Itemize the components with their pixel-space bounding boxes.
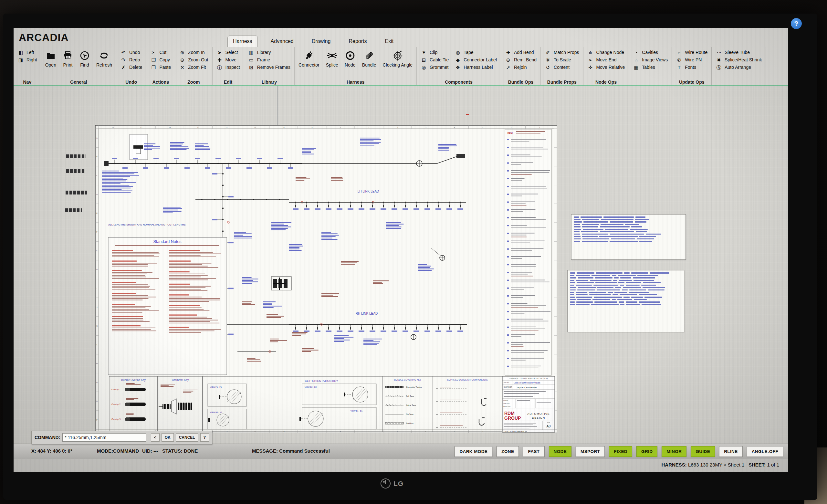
toggle-fast[interactable]: FAST [523, 446, 544, 457]
tool-delete[interactable]: ✗Delete [120, 65, 142, 70]
tool-harness-label[interactable]: ❖Harness Label [454, 65, 497, 70]
tool-splice-heat-shrink[interactable]: ✖Splice/Heat Shrink [716, 57, 762, 62]
tab-exit[interactable]: Exit [380, 36, 399, 47]
tool-cut[interactable]: ✂Cut [150, 50, 171, 55]
tool-zoom-in[interactable]: ⊕Zoom In [179, 50, 208, 55]
bundle-icon [364, 50, 375, 61]
svg-text:7: 7 [368, 126, 369, 128]
tab-reports[interactable]: Reports [343, 36, 372, 47]
tool-sleeve-tube[interactable]: ✏Sleeve Tube [716, 50, 762, 55]
overlap-label: Overlap 2 [111, 403, 121, 406]
tool-label: Copy [159, 57, 170, 62]
ribbon-group-label: Library [244, 80, 294, 85]
toggle-angle-off[interactable]: ANGLE:OFF [747, 446, 783, 457]
tool-tables[interactable]: ▦Tables [633, 65, 668, 70]
tool-cavities[interactable]: ◔Cavities [633, 50, 668, 55]
toggle-zone[interactable]: ZONE [496, 446, 519, 457]
tool-node[interactable]: Node [345, 50, 356, 67]
tool-move-end[interactable]: ➢Move End [587, 57, 625, 62]
tool-match-props[interactable]: ✐Match Props [545, 50, 579, 55]
tool-image-views[interactable]: ∴Image Views [633, 57, 668, 62]
tool-label: Node [345, 62, 355, 67]
tool-move-relative[interactable]: ✛Move Relative [587, 65, 625, 70]
command-button-?[interactable]: ? [200, 433, 209, 442]
tool-bundle[interactable]: Bundle [362, 50, 376, 67]
company-sub1: AUTOMOTIVE [527, 412, 549, 415]
tool-cable-tie[interactable]: ⊟Cable Tie [421, 57, 449, 62]
tables-icon: ▦ [633, 65, 639, 70]
tool-auto-arrange[interactable]: ⒶAuto Arrange [716, 65, 762, 70]
move-relative-icon: ✛ [587, 65, 594, 70]
toggle-fixed[interactable]: FIXED [609, 446, 632, 457]
view-label: VIEW B2 - E2 [305, 386, 317, 388]
trash-icon: ✗ [120, 65, 127, 70]
tool-library[interactable]: ▥Library [248, 50, 290, 55]
command-input[interactable] [62, 433, 146, 442]
tool-add-bend[interactable]: ✚Add Bend [505, 50, 537, 55]
tool-paste[interactable]: ❒Paste [150, 65, 171, 70]
tool-label: Harness Label [464, 65, 493, 70]
tool-find[interactable]: Find [80, 50, 90, 67]
ribbon-toolbar: ◧Left◨RightNavOpenPrintFindRefreshGenera… [13, 47, 788, 85]
grommet-icon: ◎ [421, 65, 427, 70]
pane-right-icon: ◨ [17, 57, 24, 62]
tab-drawing[interactable]: Drawing [306, 36, 336, 47]
tool-redo[interactable]: ↷Redo [120, 57, 142, 62]
tool-connector-label[interactable]: ◆Connector Label [454, 57, 497, 62]
toggle-msport[interactable]: MSPORT [576, 446, 605, 457]
tool-print[interactable]: Print [63, 50, 73, 67]
reference-table [567, 270, 684, 332]
tool-undo[interactable]: ↶Undo [120, 50, 142, 55]
tool-change-node[interactable]: ⋔Change Node [587, 50, 625, 55]
tool-rejoin[interactable]: ➚Rejoin [505, 65, 537, 70]
tool-left[interactable]: ◧Left [17, 50, 37, 55]
svg-text:14: 14 [168, 126, 171, 128]
command-button-<[interactable]: < [151, 433, 159, 442]
toggle-guide[interactable]: GUIDE [691, 446, 715, 457]
toggle-grid[interactable]: GRID [636, 446, 658, 457]
ribbon-group-label: Bundle Ops [501, 80, 540, 85]
svg-text:P: P [96, 419, 98, 421]
tool-fonts[interactable]: TFonts [676, 65, 708, 70]
toggle-dark-mode[interactable]: DARK MODE [454, 446, 492, 457]
tab-harness[interactable]: Harness [228, 36, 258, 48]
toggle-rline[interactable]: RLINE [719, 446, 743, 457]
tool-inspect[interactable]: ⓘInspect [216, 65, 240, 70]
ribbon-group-update-ops: ⌐Wire Route✆Wire PNTFontsUpdate Ops [672, 47, 712, 85]
tool-clocking-angle[interactable]: Clocking Angle [383, 50, 412, 67]
tool-clip[interactable]: ŦClip [421, 50, 449, 55]
svg-text:J: J [97, 306, 98, 308]
drawing-canvas[interactable]: 1616151514141313121211111010998877665544… [13, 86, 788, 444]
help-icon[interactable]: ? [791, 18, 802, 29]
tool-open[interactable]: Open [45, 50, 56, 67]
tool-label: Image Views [642, 57, 668, 62]
uid-readout: UID: --- [142, 448, 158, 454]
tool-rem-bend[interactable]: ⊖Rem. Bend [505, 57, 537, 62]
tool-zoom-fit[interactable]: ✕Zoom Fit [179, 65, 208, 70]
tool-to-scale[interactable]: ❋To Scale [545, 57, 579, 62]
command-button-ok[interactable]: OK [161, 433, 174, 442]
ribbon-group-label: Zoom [175, 80, 212, 85]
toggle-node[interactable]: NODE [549, 446, 572, 457]
tool-wire-route[interactable]: ⌐Wire Route [676, 50, 708, 55]
toggle-minor[interactable]: MINOR [662, 446, 686, 457]
tool-connector[interactable]: Connector [298, 50, 320, 67]
tool-frame[interactable]: ▭Frame [248, 57, 290, 62]
tool-label: Content [554, 65, 570, 70]
tool-move[interactable]: ✚Move [216, 57, 240, 62]
tab-advanced[interactable]: Advanced [265, 36, 299, 47]
command-button-cancel[interactable]: CANCEL [176, 433, 198, 442]
tool-copy[interactable]: ❐Copy [150, 57, 171, 62]
tool-splice[interactable]: Splice [326, 50, 338, 67]
tool-label: Bundle [362, 62, 376, 67]
tool-wire-pn[interactable]: ✆Wire PN [676, 57, 708, 62]
app-logo: ARCADIA [19, 32, 69, 44]
tool-refresh[interactable]: Refresh [96, 50, 112, 67]
tool-remove-frames[interactable]: ⊠Remove Frames [248, 65, 290, 70]
tool-content[interactable]: ↺Content [545, 65, 579, 70]
tool-zoom-out[interactable]: ⊖Zoom Out [179, 57, 208, 62]
tool-select[interactable]: ➤Select [216, 50, 240, 55]
tool-tape[interactable]: ◍Tape [454, 50, 497, 55]
tool-right[interactable]: ◨Right [17, 57, 37, 62]
tool-grommet[interactable]: ◎Grommet [421, 65, 449, 70]
